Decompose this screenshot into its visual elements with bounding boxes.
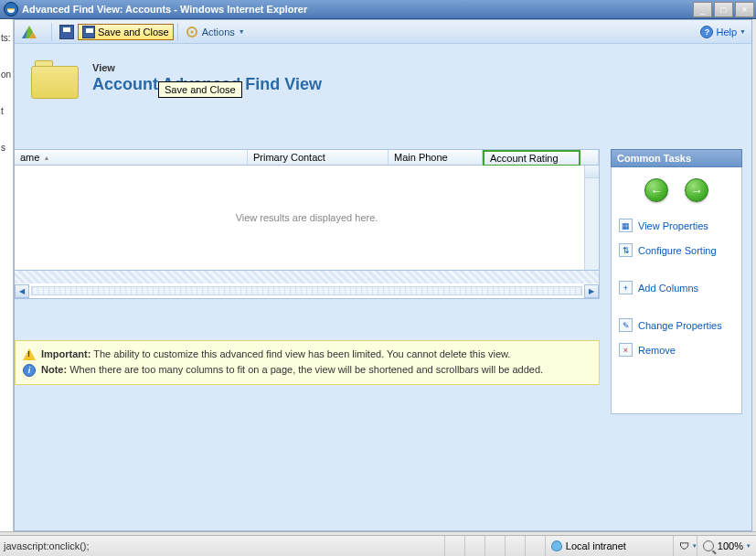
scroll-left-button[interactable]: ◀ [15, 284, 29, 298]
save-and-close-button[interactable]: Save and Close [78, 24, 174, 40]
nav-forward-button[interactable]: → [685, 178, 708, 202]
status-segment [465, 536, 485, 556]
column-ruler[interactable] [31, 286, 582, 295]
task-add-columns[interactable]: + Add Columns [617, 275, 736, 300]
header-small-label: View [92, 62, 742, 73]
warning-icon [23, 348, 36, 360]
note-text: Note: When there are too many columns to… [41, 364, 543, 375]
save-close-label: Save and Close [98, 27, 169, 37]
zone-icon [551, 540, 562, 551]
help-label: Help [716, 27, 737, 37]
status-security-zone[interactable]: Local intranet [546, 536, 674, 556]
status-segment [485, 536, 506, 556]
window-title: Advanced Find View: Accounts - Windows I… [22, 4, 691, 15]
configure-sorting-icon: ⇅ [619, 243, 633, 257]
toolbar: Save and Close Actions ▼ ? Help ▼ [15, 20, 751, 44]
ie-icon [4, 2, 18, 16]
zoom-control[interactable]: 100% ▾ [697, 540, 756, 551]
panel-body: ← → ▦ View Properties ⇅ Configure Sortin… [611, 167, 742, 414]
dialog-right-scrollbar[interactable] [752, 19, 756, 531]
task-remove[interactable]: × Remove [617, 337, 736, 362]
important-text: Important: The ability to customize this… [41, 348, 510, 359]
info-box: Important: The ability to customize this… [15, 340, 600, 385]
page-header: View Account Advanced Find View [15, 44, 751, 149]
dialog-body: Save and Close Actions ▼ ? Help ▼ Save a… [14, 19, 752, 531]
task-view-properties[interactable]: ▦ View Properties [617, 213, 736, 238]
save-button[interactable] [56, 23, 78, 41]
actions-label: Actions [202, 27, 235, 37]
close-button[interactable]: × [735, 2, 754, 17]
status-segment [445, 536, 465, 556]
chevron-down-icon: ▼ [740, 28, 746, 35]
help-icon: ? [700, 26, 713, 38]
task-configure-sorting[interactable]: ⇅ Configure Sorting [617, 238, 736, 262]
change-properties-icon: ✎ [619, 318, 633, 332]
background-window-sliver: ts:onts [0, 19, 14, 531]
statusbar-zone: javascript:onclick(); Local intranet 🛡 ▾… [0, 531, 756, 556]
gear-icon [186, 26, 198, 38]
chevron-down-icon: ▼ [239, 28, 245, 35]
info-icon: i [23, 364, 36, 377]
grid-body: View results are displayed here. [15, 166, 600, 271]
add-columns-icon: + [619, 281, 633, 294]
nav-back-button[interactable]: ← [644, 178, 668, 202]
chevron-down-icon: ▾ [693, 542, 697, 550]
view-folder-icon [31, 60, 79, 99]
results-grid: ame Primary Contact Main Phone Account R… [15, 149, 600, 500]
task-change-properties[interactable]: ✎ Change Properties [617, 313, 736, 337]
scroll-right-button[interactable]: ▶ [584, 284, 599, 298]
toolbar-separator [51, 23, 52, 41]
statusbar: javascript:onclick(); Local intranet 🛡 ▾… [0, 535, 756, 556]
titlebar: Advanced Find View: Accounts - Windows I… [0, 0, 756, 19]
status-segment [526, 536, 546, 556]
grid-hatch-row [15, 271, 600, 283]
toolbar-separator [177, 23, 178, 41]
column-header-account-rating[interactable]: Account Rating [483, 150, 580, 166]
common-tasks-panel: Common Tasks ← → ▦ View Properties ⇅ Con… [611, 149, 742, 500]
help-button[interactable]: ? Help ▼ [700, 26, 746, 38]
save-icon [59, 25, 74, 39]
column-header-primary-contact[interactable]: Primary Contact [248, 150, 389, 165]
status-segment [506, 536, 526, 556]
status-protected-mode[interactable]: 🛡 ▾ [674, 536, 697, 556]
column-header-main-phone[interactable]: Main Phone [389, 150, 483, 165]
crm-logo-icon [20, 23, 38, 41]
window-controls: _ □ × [691, 2, 754, 17]
svg-point-1 [190, 30, 193, 33]
actions-menu-button[interactable]: Actions ▼ [182, 24, 249, 40]
minimize-button[interactable]: _ [693, 2, 712, 17]
vertical-scrollbar[interactable] [584, 166, 599, 270]
chevron-down-icon: ▾ [747, 542, 751, 550]
status-address: javascript:onclick(); [0, 536, 445, 556]
save-close-icon [82, 26, 95, 38]
grid-footer: ◀ ▶ [15, 283, 600, 299]
zoom-icon [703, 540, 714, 551]
grid-header: ame Primary Contact Main Phone Account R… [15, 149, 600, 166]
column-header-spacer [580, 150, 599, 165]
view-properties-icon: ▦ [619, 219, 633, 232]
empty-grid-message: View results are displayed here. [236, 212, 378, 223]
maximize-button[interactable]: □ [714, 2, 733, 17]
column-header-name[interactable]: ame [15, 150, 248, 165]
panel-title: Common Tasks [611, 149, 742, 167]
shield-icon: 🛡 [679, 540, 689, 551]
remove-icon: × [619, 343, 633, 357]
tooltip: Save and Close [158, 81, 242, 98]
